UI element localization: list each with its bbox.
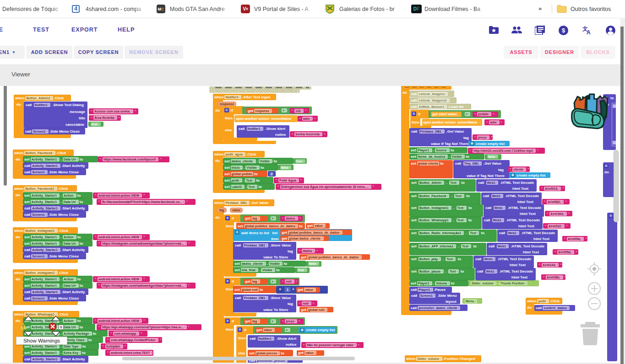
svg-text:A: A [587,29,591,35]
svg-text:$: $ [562,27,565,34]
svg-text:!: ! [22,324,24,329]
